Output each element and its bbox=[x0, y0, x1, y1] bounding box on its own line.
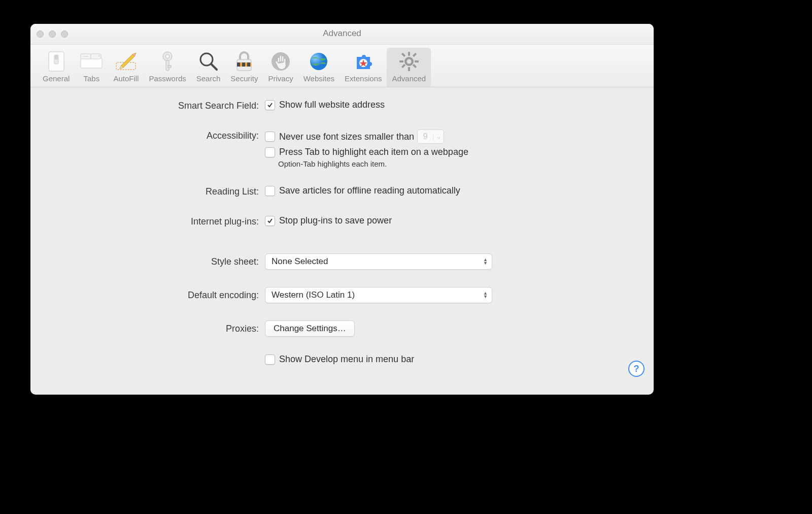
svg-rect-28 bbox=[408, 52, 410, 56]
svg-rect-20 bbox=[237, 62, 240, 67]
smart-search-label: Smart Search Field: bbox=[41, 100, 265, 111]
search-icon bbox=[197, 50, 220, 73]
chevron-down-icon: ⌵ bbox=[433, 134, 444, 140]
encoding-label: Default encoding: bbox=[41, 287, 265, 301]
tab-autofill[interactable]: AutoFill bbox=[108, 48, 144, 87]
updown-icon: ▲▼ bbox=[483, 258, 488, 265]
tabs-icon: + bbox=[80, 50, 103, 73]
stop-plugins-checkbox[interactable] bbox=[265, 216, 275, 226]
preferences-window: Advanced General + Tabs AutoFill Passwo bbox=[30, 24, 654, 395]
gear-icon bbox=[397, 50, 421, 73]
tab-highlight-checkbox[interactable] bbox=[265, 147, 275, 157]
key-icon bbox=[156, 50, 179, 73]
tab-search[interactable]: Search bbox=[191, 48, 226, 87]
svg-rect-2 bbox=[55, 55, 58, 59]
plugins-label: Internet plug-ins: bbox=[41, 215, 265, 227]
change-proxies-button[interactable]: Change Settings… bbox=[265, 320, 355, 337]
svg-point-36 bbox=[407, 59, 411, 64]
svg-rect-21 bbox=[242, 62, 245, 67]
develop-menu-label: Show Develop menu in menu bar bbox=[279, 354, 414, 365]
help-button[interactable]: ? bbox=[628, 361, 645, 377]
svg-point-13 bbox=[166, 55, 170, 58]
tab-extensions[interactable]: Extensions bbox=[340, 48, 387, 87]
accessibility-label: Accessibility: bbox=[41, 130, 265, 141]
window-controls bbox=[37, 30, 68, 38]
tab-advanced[interactable]: Advanced bbox=[387, 48, 431, 87]
tab-privacy[interactable]: Privacy bbox=[263, 48, 298, 87]
proxies-label: Proxies: bbox=[41, 320, 265, 334]
svg-marker-9 bbox=[121, 54, 134, 68]
tab-general[interactable]: General bbox=[38, 48, 75, 87]
min-font-label: Never use font sizes smaller than bbox=[279, 132, 414, 142]
hand-icon bbox=[269, 50, 292, 73]
svg-rect-32 bbox=[401, 53, 405, 57]
pencil-form-icon bbox=[114, 50, 138, 73]
puzzle-icon bbox=[352, 50, 375, 73]
offline-reading-label: Save articles for offline reading automa… bbox=[279, 185, 460, 196]
globe-icon bbox=[307, 50, 330, 73]
tab-security[interactable]: Security bbox=[225, 48, 263, 87]
svg-rect-3 bbox=[81, 58, 102, 68]
svg-rect-31 bbox=[415, 60, 419, 62]
svg-rect-29 bbox=[408, 67, 410, 71]
zoom-window-button[interactable] bbox=[61, 30, 68, 38]
lock-icon bbox=[232, 50, 256, 73]
preferences-toolbar: General + Tabs AutoFill Passwords Search bbox=[30, 45, 654, 87]
stop-plugins-label: Stop plug-ins to save power bbox=[279, 215, 392, 226]
encoding-value: Western (ISO Latin 1) bbox=[272, 290, 355, 300]
reading-list-label: Reading List: bbox=[41, 185, 265, 197]
min-font-stepper[interactable]: 9 ⌵ bbox=[417, 130, 444, 144]
titlebar: Advanced bbox=[30, 24, 654, 45]
accessibility-hint: Option-Tab highlights each item. bbox=[278, 159, 644, 168]
develop-menu-checkbox[interactable] bbox=[265, 355, 275, 365]
preferences-body: Smart Search Field: Show full website ad… bbox=[30, 87, 654, 384]
svg-text:+: + bbox=[98, 53, 100, 58]
window-title: Advanced bbox=[323, 28, 361, 39]
svg-rect-33 bbox=[413, 64, 417, 68]
stylesheet-popup[interactable]: None Selected ▲▼ bbox=[265, 253, 492, 270]
svg-rect-22 bbox=[247, 62, 250, 67]
switch-icon bbox=[45, 50, 68, 73]
minimize-window-button[interactable] bbox=[49, 30, 56, 38]
stylesheet-label: Style sheet: bbox=[41, 253, 265, 267]
updown-icon: ▲▼ bbox=[483, 292, 488, 299]
svg-line-17 bbox=[211, 64, 217, 70]
svg-rect-15 bbox=[168, 66, 171, 68]
svg-point-24 bbox=[310, 53, 327, 70]
svg-rect-34 bbox=[413, 53, 417, 57]
show-full-address-label: Show full website address bbox=[279, 100, 385, 110]
tab-tabs[interactable]: + Tabs bbox=[75, 48, 108, 87]
tab-highlight-label: Press Tab to highlight each item on a we… bbox=[279, 147, 468, 157]
offline-reading-checkbox[interactable] bbox=[265, 186, 275, 196]
show-full-address-checkbox[interactable] bbox=[265, 100, 275, 110]
stylesheet-value: None Selected bbox=[272, 256, 328, 267]
encoding-popup[interactable]: Western (ISO Latin 1) ▲▼ bbox=[265, 287, 492, 303]
svg-rect-35 bbox=[401, 64, 405, 68]
close-window-button[interactable] bbox=[37, 30, 44, 38]
svg-rect-30 bbox=[399, 60, 403, 62]
tab-websites[interactable]: Websites bbox=[298, 48, 340, 87]
min-font-checkbox[interactable] bbox=[265, 132, 275, 142]
tab-passwords[interactable]: Passwords bbox=[144, 48, 191, 87]
